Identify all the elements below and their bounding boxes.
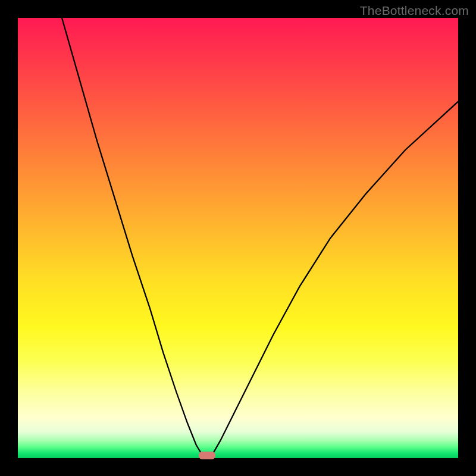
curve-right-branch (212, 102, 458, 456)
watermark-text: TheBottleneck.com (360, 4, 469, 18)
optimum-marker (199, 452, 215, 459)
chart-plot-area (18, 18, 458, 458)
curve-left-branch (62, 18, 203, 456)
bottleneck-curve (18, 18, 458, 458)
